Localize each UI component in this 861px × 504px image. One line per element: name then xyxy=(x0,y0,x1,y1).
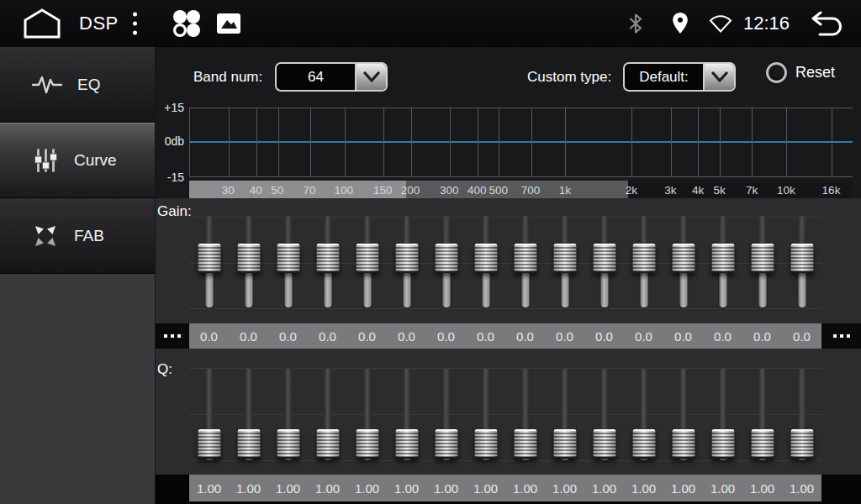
slider-knob[interactable] xyxy=(474,429,497,459)
gain-slider[interactable] xyxy=(663,214,703,309)
custom-type-select[interactable]: Default: xyxy=(623,62,736,92)
slider-track-filled xyxy=(403,271,410,307)
gain-value: 0.0 xyxy=(347,323,387,349)
custom-type-label: Custom type: xyxy=(527,69,611,86)
chevron-down-icon[interactable] xyxy=(703,64,734,90)
sidebar-item-fab[interactable]: FAB xyxy=(0,198,155,274)
q-slider[interactable] xyxy=(703,367,742,462)
freq-tick-label: 30 xyxy=(222,183,235,196)
apps-clover-icon[interactable] xyxy=(171,8,203,39)
q-slider[interactable] xyxy=(505,367,545,462)
more-dots-icon[interactable] xyxy=(156,323,189,349)
slider-knob[interactable] xyxy=(435,244,457,273)
gain-slider[interactable] xyxy=(268,214,308,309)
sidebar-item-label: EQ xyxy=(77,76,100,94)
slider-knob[interactable] xyxy=(277,429,299,459)
band-num-select[interactable]: 64 xyxy=(275,62,388,92)
q-value: 1.00 xyxy=(782,475,821,501)
slider-knob[interactable] xyxy=(395,244,418,273)
grid-line xyxy=(698,108,699,176)
q-slider[interactable] xyxy=(466,367,505,462)
gallery-icon[interactable] xyxy=(216,13,241,34)
slider-knob[interactable] xyxy=(514,429,536,459)
grid-line xyxy=(256,108,257,176)
gain-slider[interactable] xyxy=(308,214,347,309)
gain-value: 0.0 xyxy=(189,323,229,349)
gain-slider[interactable] xyxy=(466,214,505,309)
q-slider[interactable] xyxy=(624,367,663,462)
gain-slider[interactable] xyxy=(703,214,742,309)
q-value: 1.00 xyxy=(584,475,624,501)
q-slider[interactable] xyxy=(347,367,387,462)
grid-line xyxy=(531,108,532,176)
slider-knob[interactable] xyxy=(395,429,418,459)
slider-knob[interactable] xyxy=(316,429,339,459)
slider-knob[interactable] xyxy=(474,244,497,273)
q-slider[interactable] xyxy=(545,367,584,462)
slider-knob[interactable] xyxy=(356,244,378,273)
slider-track-filled xyxy=(679,271,687,307)
slider-knob[interactable] xyxy=(593,429,615,459)
gain-slider[interactable] xyxy=(624,214,663,309)
q-slider[interactable] xyxy=(663,367,703,462)
q-slider[interactable] xyxy=(308,367,347,462)
q-slider[interactable] xyxy=(426,367,466,462)
slider-track xyxy=(284,369,292,435)
gain-slider[interactable] xyxy=(505,214,545,309)
q-slider[interactable] xyxy=(268,367,308,462)
slider-knob[interactable] xyxy=(514,244,536,273)
gain-slider[interactable] xyxy=(584,214,624,309)
slider-knob[interactable] xyxy=(237,429,260,459)
slider-knob[interactable] xyxy=(316,244,339,273)
q-slider[interactable] xyxy=(189,367,229,462)
home-icon[interactable] xyxy=(20,8,64,39)
slider-knob[interactable] xyxy=(198,244,220,273)
back-icon[interactable] xyxy=(806,9,846,38)
slider-knob[interactable] xyxy=(672,244,695,273)
slider-knob[interactable] xyxy=(553,429,576,459)
reset-button[interactable]: Reset xyxy=(766,62,835,83)
gain-slider[interactable] xyxy=(782,214,821,309)
freq-tick-label: 500 xyxy=(489,183,508,196)
slider-knob[interactable] xyxy=(751,429,774,459)
more-dots-icon[interactable] xyxy=(821,323,861,349)
gain-value: 0.0 xyxy=(663,323,703,349)
slider-knob[interactable] xyxy=(711,244,734,273)
gain-slider[interactable] xyxy=(742,214,782,309)
grid-line xyxy=(499,108,499,176)
gain-slider[interactable] xyxy=(229,214,268,309)
slider-knob[interactable] xyxy=(277,244,299,273)
sidebar-item-eq[interactable]: EQ xyxy=(0,47,155,123)
q-slider[interactable] xyxy=(584,367,624,462)
slider-knob[interactable] xyxy=(198,429,220,459)
chevron-down-icon[interactable] xyxy=(355,64,386,90)
gain-value: 0.0 xyxy=(268,323,308,349)
band-num-value: 64 xyxy=(277,64,355,90)
gain-slider[interactable] xyxy=(426,214,466,309)
slider-knob[interactable] xyxy=(790,244,813,273)
slider-knob[interactable] xyxy=(632,429,655,459)
slider-knob[interactable] xyxy=(711,429,734,459)
gain-value: 0.0 xyxy=(584,323,624,349)
freq-tick-label: 10k xyxy=(777,183,795,196)
gain-slider[interactable] xyxy=(387,214,426,309)
q-slider[interactable] xyxy=(742,367,782,462)
q-slider[interactable] xyxy=(229,367,268,462)
q-values-strip: 1.001.001.001.001.001.001.001.001.001.00… xyxy=(189,475,821,501)
slider-knob[interactable] xyxy=(632,244,655,273)
slider-knob[interactable] xyxy=(672,429,695,459)
slider-knob[interactable] xyxy=(593,244,615,273)
gain-slider[interactable] xyxy=(347,214,387,309)
slider-knob[interactable] xyxy=(751,244,774,273)
slider-knob[interactable] xyxy=(356,429,378,459)
gain-slider[interactable] xyxy=(545,214,584,309)
gain-slider[interactable] xyxy=(189,214,229,309)
sidebar-item-curve[interactable]: Curve xyxy=(0,123,155,198)
slider-knob[interactable] xyxy=(790,429,813,459)
q-slider[interactable] xyxy=(387,367,426,462)
slider-knob[interactable] xyxy=(237,244,260,273)
slider-knob[interactable] xyxy=(553,244,576,273)
q-slider[interactable] xyxy=(782,367,821,462)
overflow-menu-icon[interactable] xyxy=(133,13,137,35)
slider-knob[interactable] xyxy=(435,429,457,459)
